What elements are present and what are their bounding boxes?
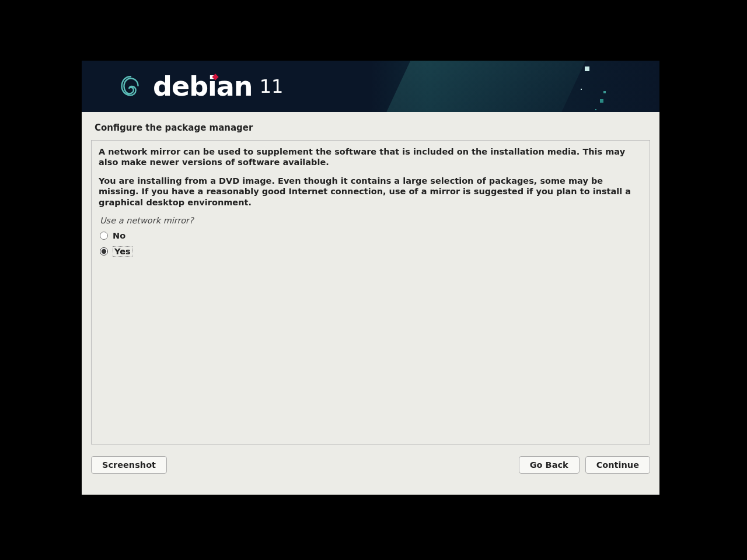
question-label: Use a network mirror?	[100, 216, 643, 225]
go-back-button[interactable]: Go Back	[519, 456, 580, 474]
brand-version: 11	[260, 75, 284, 97]
radio-yes-label: Yes	[113, 246, 132, 257]
nav-button-group: Go Back Continue	[519, 456, 650, 474]
logo-wrap: debian 11	[82, 61, 659, 112]
continue-button[interactable]: Continue	[585, 456, 650, 474]
brand-name: debian	[153, 71, 253, 102]
installer-window: debian 11 Configure the package manager …	[82, 61, 659, 495]
button-bar: Screenshot Go Back Continue	[82, 444, 659, 474]
radio-option-yes[interactable]: Yes	[100, 246, 643, 257]
radio-no-label: No	[113, 231, 125, 240]
radio-yes-input[interactable]	[100, 247, 108, 256]
page-title: Configure the package manager	[82, 112, 659, 140]
screenshot-button[interactable]: Screenshot	[91, 456, 167, 474]
radio-no-input[interactable]	[100, 232, 108, 240]
content-panel: A network mirror can be used to suppleme…	[91, 140, 650, 444]
debian-swirl-icon	[117, 72, 145, 100]
header-banner: debian 11	[82, 61, 659, 112]
description-paragraph-1: A network mirror can be used to suppleme…	[99, 146, 643, 167]
radio-option-no[interactable]: No	[100, 231, 643, 240]
description-paragraph-2: You are installing from a DVD image. Eve…	[99, 176, 643, 207]
